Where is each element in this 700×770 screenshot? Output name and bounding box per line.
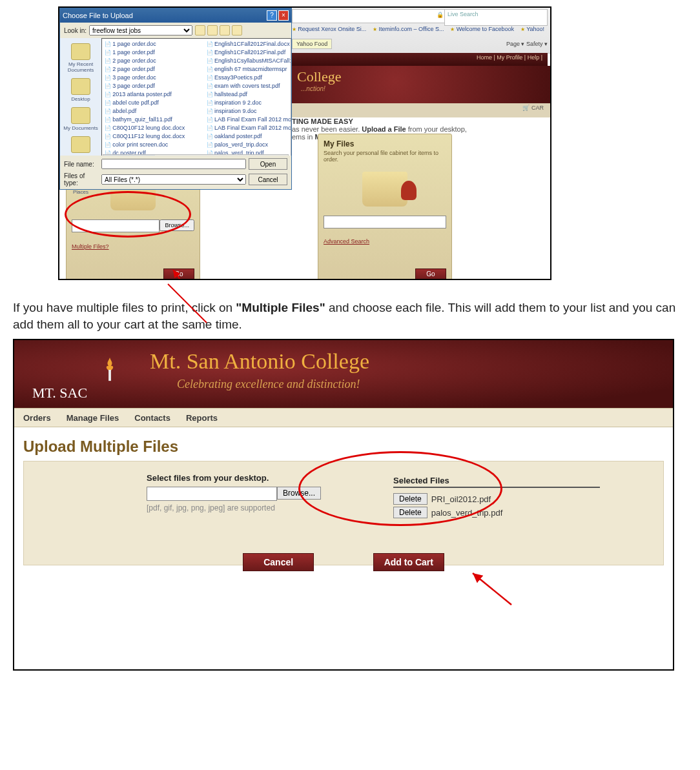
instruction-text: If you have multiple files to print, cli…: [13, 299, 687, 332]
sidebar-desktop[interactable]: Desktop: [61, 78, 100, 102]
file-item[interactable]: English1CFall2012Final.docx: [207, 40, 291, 48]
file-item[interactable]: 3 page order.pdf: [105, 82, 201, 90]
file-item[interactable]: LAB Final Exam Fall 2012 mo: [207, 116, 291, 124]
annotation-ellipse-selected: [298, 451, 502, 526]
header-title: Mt. San Antonio College: [150, 349, 369, 374]
open-button[interactable]: Open: [249, 158, 287, 170]
browser-tools[interactable]: Page ▾ Safety ▾: [506, 41, 548, 47]
file-item[interactable]: English1CsyllabusMtSACFall1: [207, 57, 291, 65]
my-files-card: My Files Search your personal file cabin…: [318, 134, 452, 280]
select-files-label: Select files from your desktop.: [147, 473, 321, 483]
browser-tab[interactable]: Yahoo Food: [292, 39, 332, 49]
file-item[interactable]: English1CFall2012Final.pdf: [207, 48, 291, 57]
filename-input[interactable]: [101, 159, 246, 169]
cart-strip: 🛒 CAR: [292, 103, 550, 117]
banner-tagline: ...nction!: [292, 85, 550, 92]
dialog-title: Choose File to Upload: [63, 12, 133, 19]
dialog-sidebar: My Recent Documents Desktop My Documents…: [60, 38, 101, 167]
torch-icon: [102, 358, 118, 382]
annotation-arrow-extend: [161, 278, 239, 329]
fav-link[interactable]: Yahoo!: [520, 26, 544, 36]
action-buttons: Cancel Add to Cart: [14, 553, 673, 571]
back-icon[interactable]: [195, 25, 205, 35]
filename-label: File name:: [64, 161, 99, 168]
banner-title: College: [292, 66, 550, 85]
up-icon[interactable]: [207, 25, 218, 35]
site-header: MT. SAC Mt. San Antonio College Celebrat…: [14, 340, 673, 408]
file-item[interactable]: oakland poster.pdf: [207, 132, 291, 141]
file-item[interactable]: C80Q10F12 leung doc.docx: [105, 124, 201, 132]
close-icon[interactable]: ×: [278, 10, 289, 21]
dialog-titlebar: Choose File to Upload ? ×: [60, 8, 291, 23]
file-item[interactable]: 3 page order.doc: [105, 74, 201, 82]
nav-orders[interactable]: Orders: [23, 413, 51, 423]
file-item[interactable]: inspiration 9 2.doc: [207, 99, 291, 107]
file-item[interactable]: color print screen.doc: [105, 141, 201, 149]
favorites-bar: Request Xerox Onsite Si... Iteminfo.com …: [292, 26, 548, 36]
lookin-select[interactable]: freeflow test jobs: [89, 25, 192, 35]
multiple-files-link[interactable]: Multiple Files?: [72, 243, 109, 250]
file-item[interactable]: Essay3Poetics.pdf: [207, 74, 291, 82]
go-button[interactable]: Go: [415, 268, 446, 280]
file-item[interactable]: bathym_quiz_fall11.pdf: [105, 116, 201, 124]
fav-link[interactable]: Request Xerox Onsite Si...: [292, 26, 366, 36]
file-item[interactable]: 2013 atlanta poster.pdf: [105, 90, 201, 99]
file-item[interactable]: LAB Final Exam Fall 2012 mo: [207, 124, 291, 132]
browser-search-box[interactable]: Live Search: [444, 9, 548, 26]
file-item[interactable]: palos_verd_trip.docx: [207, 141, 291, 149]
lock-icon: 🔒: [437, 12, 444, 18]
file-item[interactable]: exam with covers test.pdf: [207, 82, 291, 90]
svg-line-3: [473, 573, 511, 605]
sidebar-documents[interactable]: My Documents: [61, 107, 100, 131]
nav-contacts[interactable]: Contacts: [134, 413, 170, 423]
file-item[interactable]: hallstead.pdf: [207, 90, 291, 99]
newfolder-icon[interactable]: [220, 25, 230, 35]
nav-reports[interactable]: Reports: [186, 413, 218, 423]
file-item[interactable]: english 67 mtsacmidtermspr: [207, 65, 291, 74]
svg-rect-2: [108, 370, 111, 381]
fav-link[interactable]: Welcome to Facebook: [450, 26, 514, 36]
help-icon[interactable]: ?: [267, 10, 277, 21]
views-icon[interactable]: [232, 25, 242, 35]
file-list-pane[interactable]: 1 page order.doc1 page order.pdf2 page o…: [101, 38, 291, 167]
file-item[interactable]: 1 page order.doc: [105, 40, 201, 48]
site-subnav: Home | My Profile | Help |: [292, 53, 548, 67]
add-to-cart-button[interactable]: Add to Cart: [373, 553, 444, 571]
cancel-button[interactable]: Cancel: [243, 553, 314, 571]
filetype-select[interactable]: All Files (*.*): [101, 174, 246, 185]
file-upload-dialog: Choose File to Upload ? × Look in: freef…: [59, 8, 292, 190]
file-item[interactable]: inspiration 9.doc: [207, 107, 291, 116]
fav-link[interactable]: Iteminfo.com – Office S...: [373, 26, 444, 36]
card-subtitle: Search your personal file cabinet for it…: [324, 150, 446, 163]
file-item[interactable]: abdel cute pdf.pdf: [105, 99, 201, 107]
lookin-row: Look in: freeflow test jobs: [60, 23, 291, 38]
main-nav: Orders Manage Files Contacts Reports: [14, 408, 673, 427]
filetype-label: Files of type:: [64, 172, 99, 187]
sidebar-recent[interactable]: My Recent Documents: [61, 43, 100, 73]
screenshot-multiple-upload: MT. SAC Mt. San Antonio College Celebrat…: [13, 339, 674, 671]
advanced-search-link[interactable]: Advanced Search: [324, 238, 369, 245]
supported-types-hint: [pdf, gif, jpg, png, jpeg] are supported: [147, 503, 321, 512]
svg-line-1: [168, 284, 207, 323]
file-path-input[interactable]: [147, 487, 277, 501]
person-icon: [401, 181, 417, 200]
screenshot-upload-dialog: 🔒 Live Search Request Xerox Onsite Si...…: [58, 6, 551, 280]
header-tagline: Celebrating excellence and distinction!: [177, 378, 360, 391]
file-item[interactable]: abdel.pdf: [105, 107, 201, 116]
file-item[interactable]: 2 page order.doc: [105, 57, 201, 65]
file-item[interactable]: C80Q11F12 leung doc.docx: [105, 132, 201, 141]
annotation-arrow-addcart: [466, 569, 524, 614]
file-item[interactable]: 2 page order.pdf: [105, 65, 201, 74]
site-logo: MT. SAC: [32, 385, 87, 401]
browser-tabs: Yahoo Food Page ▾ Safety ▾: [292, 37, 548, 50]
upload-left: Select files from your desktop. Browse..…: [147, 473, 321, 512]
cancel-button[interactable]: Cancel: [249, 174, 287, 185]
annotation-ellipse-browse: [65, 191, 191, 238]
lookin-label: Look in:: [64, 27, 87, 34]
file-item[interactable]: 1 page order.pdf: [105, 48, 201, 57]
card-title: My Files: [324, 139, 446, 148]
site-banner: College ...nction!: [292, 66, 550, 103]
page-title: Upload Multiple Files: [23, 438, 664, 456]
myfiles-search-input[interactable]: [324, 216, 446, 228]
nav-manage-files[interactable]: Manage Files: [67, 413, 119, 423]
